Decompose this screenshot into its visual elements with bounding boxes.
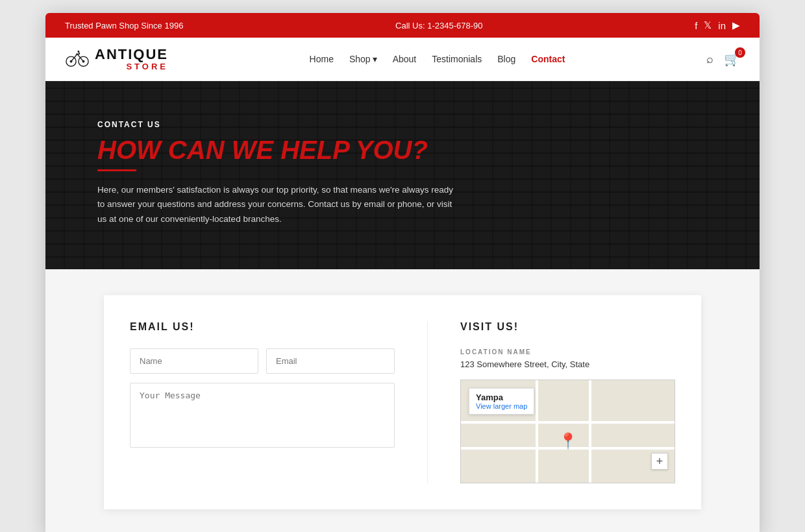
map-road-v1: [536, 380, 538, 483]
nav-actions: ⌕ 🛒 0: [706, 51, 740, 67]
main-content: EMAIL US! VISIT US! LOCATION NAME 123 So…: [45, 269, 760, 532]
map-label-box: Yampa View larger map: [469, 388, 534, 415]
twitter-icon[interactable]: 𝕏: [704, 19, 712, 31]
hero-content: CONTACT US HOW CAN WE HELP YOU? Here, ou…: [97, 120, 461, 226]
youtube-icon[interactable]: ▶: [732, 19, 740, 31]
nav-about[interactable]: About: [393, 53, 417, 65]
nav-testimonials[interactable]: Testimonials: [432, 53, 482, 65]
map-zoom-button[interactable]: +: [651, 453, 668, 470]
logo: ANTIQUE STORE: [65, 45, 168, 73]
social-icons: f 𝕏 in ▶: [695, 19, 740, 31]
message-textarea[interactable]: [130, 383, 395, 448]
map-place-name: Yampa: [476, 393, 527, 402]
cart-wrapper[interactable]: 🛒 0: [724, 51, 740, 67]
browser-window: Trusted Pawn Shop Since 1996 Call Us: 1-…: [45, 13, 760, 532]
cart-badge: 0: [735, 47, 745, 58]
email-section-title: EMAIL US!: [130, 321, 395, 333]
content-wrapper: EMAIL US! VISIT US! LOCATION NAME 123 So…: [104, 295, 701, 509]
facebook-icon[interactable]: f: [695, 20, 697, 31]
svg-point-8: [77, 51, 79, 53]
visit-section-title: VISIT US!: [460, 321, 675, 333]
linkedin-icon[interactable]: in: [718, 20, 726, 31]
nav-links: Home Shop ▾ About Testimonials Blog Cont…: [310, 53, 565, 65]
nav-shop[interactable]: Shop ▾: [349, 54, 377, 64]
name-input[interactable]: [130, 348, 258, 374]
map-pin: 📍: [558, 432, 578, 450]
map-view-larger[interactable]: View larger map: [476, 402, 527, 410]
email-input[interactable]: [266, 348, 395, 374]
nav-bar: ANTIQUE STORE Home Shop ▾ About Testimon…: [45, 38, 760, 81]
logo-text: ANTIQUE STORE: [95, 47, 168, 71]
chevron-down-icon: ▾: [373, 54, 377, 64]
email-section: EMAIL US!: [130, 321, 428, 483]
location-address: 123 Somewhere Street, City, State: [460, 359, 675, 369]
map-road-v2: [589, 380, 591, 483]
nav-contact[interactable]: Contact: [531, 53, 565, 65]
phone-number: Call Us: 1-2345-678-90: [395, 21, 482, 30]
location-label: LOCATION NAME: [460, 348, 675, 356]
hero-eyebrow: CONTACT US: [97, 120, 461, 129]
map-inner: Yampa View larger map 📍 +: [461, 380, 675, 483]
top-bar: Trusted Pawn Shop Since 1996 Call Us: 1-…: [45, 13, 760, 38]
map-container: Yampa View larger map 📍 +: [460, 380, 675, 483]
hero-title: HOW CAN WE HELP YOU?: [97, 136, 461, 164]
hero-description: Here, our members' satisfaction is alway…: [97, 183, 461, 226]
form-row-name-email: [130, 348, 395, 374]
logo-antique: ANTIQUE: [95, 47, 168, 62]
tagline: Trusted Pawn Shop Since 1996: [65, 21, 183, 30]
visit-section: VISIT US! LOCATION NAME 123 Somewhere St…: [428, 321, 675, 483]
hero-section: CONTACT US HOW CAN WE HELP YOU? Here, ou…: [45, 81, 760, 269]
hero-divider: [97, 169, 136, 171]
map-road-h1: [461, 421, 675, 424]
nav-blog[interactable]: Blog: [497, 53, 515, 65]
nav-home[interactable]: Home: [310, 53, 334, 65]
search-icon[interactable]: ⌕: [706, 53, 713, 66]
logo-icon: [65, 45, 90, 73]
logo-store: STORE: [95, 62, 168, 71]
